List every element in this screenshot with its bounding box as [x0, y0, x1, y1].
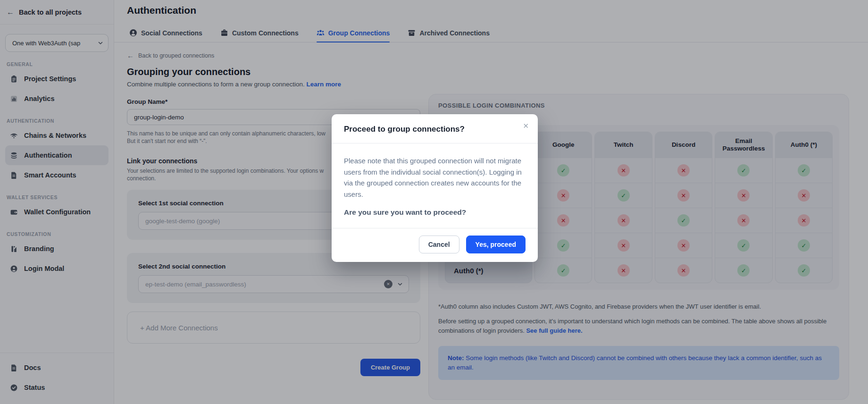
proceed-confirmation-modal: Proceed to group connections? ✕ Please n… — [332, 114, 538, 262]
cancel-button[interactable]: Cancel — [419, 236, 459, 253]
modal-body: Please note that this grouped connection… — [332, 143, 538, 228]
confirm-button[interactable]: Yes, proceed — [466, 236, 526, 253]
modal-header: Proceed to group connections? ✕ — [332, 114, 538, 143]
close-icon[interactable]: ✕ — [523, 122, 529, 129]
modal-question: Are you sure you want to proceed? — [344, 208, 526, 217]
modal-message: Please note that this grouped connection… — [344, 155, 526, 200]
modal-footer: Cancel Yes, proceed — [332, 228, 538, 262]
modal-title: Proceed to group connections? — [344, 125, 526, 134]
